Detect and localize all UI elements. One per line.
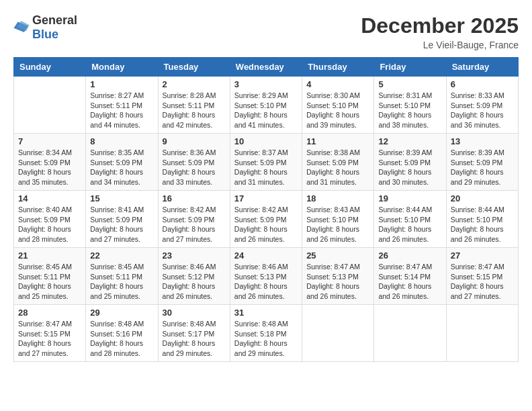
day-number: 17 — [234, 193, 298, 203]
logo: General Blue — [13, 13, 77, 42]
day-cell: 17 Sunrise: 8:42 AMSunset: 5:09 PMDaylig… — [230, 191, 302, 248]
title-area: December 2025 Le Vieil-Bauge, France — [361, 13, 519, 50]
day-number: 31 — [234, 308, 298, 318]
day-info: Sunrise: 8:38 AMSunset: 5:09 PMDaylight:… — [306, 148, 369, 187]
day-info: Sunrise: 8:39 AMSunset: 5:09 PMDaylight:… — [451, 148, 514, 187]
day-info: Sunrise: 8:44 AMSunset: 5:10 PMDaylight:… — [378, 205, 441, 244]
day-number: 7 — [18, 136, 81, 146]
calendar-table: Sunday Monday Tuesday Wednesday Thursday… — [13, 57, 519, 362]
week-row-2: 7 Sunrise: 8:34 AMSunset: 5:09 PMDayligh… — [14, 134, 519, 191]
day-info: Sunrise: 8:48 AMSunset: 5:18 PMDaylight:… — [234, 319, 298, 359]
day-number: 5 — [378, 79, 441, 89]
day-info: Sunrise: 8:44 AMSunset: 5:10 PMDaylight:… — [451, 205, 514, 244]
page-header: General Blue December 2025 Le Vieil-Baug… — [13, 13, 519, 50]
day-number: 15 — [90, 193, 153, 203]
day-info: Sunrise: 8:27 AMSunset: 5:11 PMDaylight:… — [90, 91, 153, 130]
day-number: 4 — [306, 79, 369, 89]
day-number: 16 — [163, 193, 226, 203]
day-cell: 5 Sunrise: 8:31 AMSunset: 5:10 PMDayligh… — [374, 77, 446, 134]
day-cell: 26 Sunrise: 8:47 AMSunset: 5:14 PMDaylig… — [374, 248, 446, 305]
day-number: 26 — [378, 250, 441, 261]
day-info: Sunrise: 8:48 AMSunset: 5:17 PMDaylight:… — [163, 319, 226, 359]
day-number: 30 — [163, 308, 226, 318]
day-cell — [374, 305, 446, 362]
day-info: Sunrise: 8:28 AMSunset: 5:11 PMDaylight:… — [163, 91, 226, 130]
day-number: 2 — [163, 79, 226, 89]
day-cell: 12 Sunrise: 8:39 AMSunset: 5:09 PMDaylig… — [374, 134, 446, 191]
header-wednesday: Wednesday — [230, 58, 302, 77]
day-cell: 3 Sunrise: 8:29 AMSunset: 5:10 PMDayligh… — [230, 77, 302, 134]
day-info: Sunrise: 8:35 AMSunset: 5:09 PMDaylight:… — [90, 148, 153, 187]
day-cell: 15 Sunrise: 8:41 AMSunset: 5:09 PMDaylig… — [86, 191, 158, 248]
day-cell: 28 Sunrise: 8:47 AMSunset: 5:15 PMDaylig… — [14, 305, 86, 362]
day-number: 10 — [234, 136, 298, 146]
day-cell: 22 Sunrise: 8:45 AMSunset: 5:11 PMDaylig… — [86, 248, 158, 305]
day-number: 20 — [451, 193, 514, 203]
day-info: Sunrise: 8:34 AMSunset: 5:09 PMDaylight:… — [18, 148, 81, 187]
day-cell: 11 Sunrise: 8:38 AMSunset: 5:09 PMDaylig… — [302, 134, 374, 191]
day-number: 21 — [18, 250, 81, 261]
day-number: 18 — [306, 193, 369, 203]
day-number: 1 — [90, 79, 153, 89]
day-number: 25 — [306, 250, 369, 261]
day-cell: 4 Sunrise: 8:30 AMSunset: 5:10 PMDayligh… — [302, 77, 374, 134]
day-cell: 8 Sunrise: 8:35 AMSunset: 5:09 PMDayligh… — [86, 134, 158, 191]
day-info: Sunrise: 8:40 AMSunset: 5:09 PMDaylight:… — [18, 205, 81, 244]
day-info: Sunrise: 8:48 AMSunset: 5:16 PMDaylight:… — [90, 319, 153, 359]
day-info: Sunrise: 8:31 AMSunset: 5:10 PMDaylight:… — [378, 91, 441, 130]
day-cell: 10 Sunrise: 8:37 AMSunset: 5:09 PMDaylig… — [230, 134, 302, 191]
day-cell: 1 Sunrise: 8:27 AMSunset: 5:11 PMDayligh… — [86, 77, 158, 134]
day-cell: 24 Sunrise: 8:46 AMSunset: 5:13 PMDaylig… — [230, 248, 302, 305]
header-thursday: Thursday — [302, 58, 374, 77]
day-cell: 23 Sunrise: 8:46 AMSunset: 5:12 PMDaylig… — [158, 248, 230, 305]
week-row-3: 14 Sunrise: 8:40 AMSunset: 5:09 PMDaylig… — [14, 191, 519, 248]
day-info: Sunrise: 8:46 AMSunset: 5:12 PMDaylight:… — [163, 262, 226, 302]
day-number: 12 — [378, 136, 441, 146]
day-cell: 7 Sunrise: 8:34 AMSunset: 5:09 PMDayligh… — [14, 134, 86, 191]
day-cell: 14 Sunrise: 8:40 AMSunset: 5:09 PMDaylig… — [14, 191, 86, 248]
day-info: Sunrise: 8:42 AMSunset: 5:09 PMDaylight:… — [234, 205, 298, 244]
week-row-5: 28 Sunrise: 8:47 AMSunset: 5:15 PMDaylig… — [14, 305, 519, 362]
week-row-1: 1 Sunrise: 8:27 AMSunset: 5:11 PMDayligh… — [14, 77, 519, 134]
day-info: Sunrise: 8:37 AMSunset: 5:09 PMDaylight:… — [234, 148, 298, 187]
day-number: 13 — [451, 136, 514, 146]
month-title: December 2025 — [361, 13, 519, 38]
day-cell: 9 Sunrise: 8:36 AMSunset: 5:09 PMDayligh… — [158, 134, 230, 191]
day-info: Sunrise: 8:45 AMSunset: 5:11 PMDaylight:… — [90, 262, 153, 302]
day-cell: 2 Sunrise: 8:28 AMSunset: 5:11 PMDayligh… — [158, 77, 230, 134]
header-monday: Monday — [86, 58, 158, 77]
week-row-4: 21 Sunrise: 8:45 AMSunset: 5:11 PMDaylig… — [14, 248, 519, 305]
day-number: 27 — [451, 250, 514, 261]
day-info: Sunrise: 8:46 AMSunset: 5:13 PMDaylight:… — [234, 262, 298, 302]
day-info: Sunrise: 8:29 AMSunset: 5:10 PMDaylight:… — [234, 91, 298, 130]
logo-general: General — [32, 13, 77, 27]
header-saturday: Saturday — [446, 58, 518, 77]
day-cell — [446, 305, 518, 362]
day-info: Sunrise: 8:33 AMSunset: 5:09 PMDaylight:… — [451, 91, 514, 130]
day-info: Sunrise: 8:47 AMSunset: 5:14 PMDaylight:… — [378, 262, 441, 302]
day-info: Sunrise: 8:47 AMSunset: 5:13 PMDaylight:… — [306, 262, 369, 302]
day-cell: 21 Sunrise: 8:45 AMSunset: 5:11 PMDaylig… — [14, 248, 86, 305]
day-number: 29 — [90, 308, 153, 318]
day-number: 3 — [234, 79, 298, 89]
day-cell: 29 Sunrise: 8:48 AMSunset: 5:16 PMDaylig… — [86, 305, 158, 362]
day-number: 19 — [378, 193, 441, 203]
day-cell — [302, 305, 374, 362]
day-cell: 31 Sunrise: 8:48 AMSunset: 5:18 PMDaylig… — [230, 305, 302, 362]
day-info: Sunrise: 8:43 AMSunset: 5:10 PMDaylight:… — [306, 205, 369, 244]
day-info: Sunrise: 8:36 AMSunset: 5:09 PMDaylight:… — [163, 148, 226, 187]
day-cell: 27 Sunrise: 8:47 AMSunset: 5:15 PMDaylig… — [446, 248, 518, 305]
day-number: 9 — [163, 136, 226, 146]
day-number: 28 — [18, 308, 81, 318]
logo-blue: Blue — [32, 28, 58, 41]
day-info: Sunrise: 8:45 AMSunset: 5:11 PMDaylight:… — [18, 262, 81, 302]
day-number: 6 — [451, 79, 514, 89]
day-cell — [14, 77, 86, 134]
location-title: Le Vieil-Bauge, France — [361, 40, 519, 50]
day-info: Sunrise: 8:30 AMSunset: 5:10 PMDaylight:… — [306, 91, 369, 130]
day-number: 24 — [234, 250, 298, 261]
day-cell: 19 Sunrise: 8:44 AMSunset: 5:10 PMDaylig… — [374, 191, 446, 248]
day-cell: 25 Sunrise: 8:47 AMSunset: 5:13 PMDaylig… — [302, 248, 374, 305]
day-number: 8 — [90, 136, 153, 146]
day-info: Sunrise: 8:47 AMSunset: 5:15 PMDaylight:… — [451, 262, 514, 302]
